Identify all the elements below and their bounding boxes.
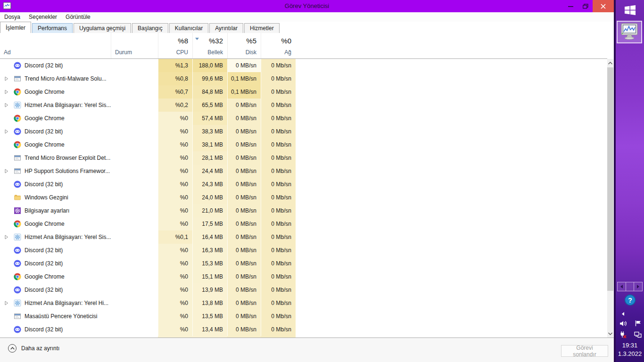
- column-total: %8: [178, 37, 188, 45]
- table-row[interactable]: HP Support Solutions Framewor...%024,4 M…: [0, 165, 607, 178]
- action-center-flag-icon[interactable]: [634, 320, 642, 327]
- column-header-status[interactable]: Durum: [111, 33, 158, 58]
- table-row[interactable]: Discord (32 bit)%024,3 MB0 MB/sn0 Mb/sn: [0, 178, 607, 191]
- discord-icon: [14, 286, 21, 294]
- tab-başlangıç[interactable]: Başlangıç: [132, 23, 168, 33]
- table-row[interactable]: Hizmet Ana Bilgisayarı: Yerel Sis...%0,1…: [0, 230, 607, 244]
- network-cell: 0 Mb/sn: [261, 125, 296, 138]
- expand-arrow-icon[interactable]: [4, 235, 9, 239]
- cpu-cell: %0: [158, 151, 192, 165]
- tab-ayrıntılar[interactable]: Ayrıntılar: [209, 23, 243, 33]
- network-icon[interactable]: [634, 331, 642, 338]
- power-disconnected-icon[interactable]: [619, 331, 627, 338]
- status-cell: [111, 178, 158, 191]
- table-row[interactable]: Google Chrome%015,1 MB0 MB/sn0 Mb/sn: [0, 270, 607, 283]
- expand-arrow-icon[interactable]: [4, 76, 9, 81]
- disk-cell: 0 MB/sn: [227, 204, 261, 217]
- taskbar-task-manager-button[interactable]: [617, 21, 642, 43]
- tab-uygulama-geçmişi[interactable]: Uygulama geçmişi: [74, 23, 131, 33]
- table-row[interactable]: Google Chrome%038,1 MB0 MB/sn0 Mb/sn: [0, 138, 607, 151]
- status-cell: [111, 323, 158, 336]
- memory-cell: 38,1 MB: [192, 138, 227, 151]
- cpu-cell: %0: [158, 191, 192, 204]
- scroll-down-button[interactable]: [607, 329, 613, 337]
- tab-hizmetler[interactable]: Hizmetler: [244, 23, 280, 33]
- column-header-net[interactable]: %0Ağ: [261, 33, 296, 58]
- vertical-scrollbar[interactable]: [607, 59, 613, 337]
- cpu-cell: %0: [158, 310, 192, 323]
- column-header-disk[interactable]: %5Disk: [227, 33, 261, 58]
- column-header-mem[interactable]: %32Bellek: [192, 33, 227, 58]
- volume-icon[interactable]: [619, 320, 627, 327]
- scrollbar-thumb[interactable]: [607, 67, 613, 291]
- menu-item-2[interactable]: Görüntüle: [61, 12, 95, 22]
- expand-arrow-icon[interactable]: [4, 169, 9, 173]
- service-host-icon: [14, 299, 21, 307]
- process-name: Trend Micro Browser Exploit Det...: [25, 155, 110, 161]
- scroll-up-button[interactable]: [607, 59, 613, 67]
- expand-arrow-icon[interactable]: [4, 103, 9, 107]
- minimize-button[interactable]: [563, 0, 578, 12]
- column-header-name[interactable]: Ad: [0, 33, 111, 58]
- table-row[interactable]: Discord (32 bit)%013,4 MB0 MB/sn0 Mb/sn: [0, 323, 607, 336]
- tab-kullanıcılar[interactable]: Kullanıcılar: [169, 23, 208, 33]
- chevron-up-icon: [8, 344, 17, 353]
- process-name-cell: Discord (32 bit): [0, 283, 111, 296]
- network-cell: 0 Mb/sn: [261, 72, 296, 85]
- network-cell: 0 Mb/sn: [261, 323, 296, 336]
- start-button[interactable]: [616, 3, 644, 19]
- chrome-icon: [14, 273, 21, 280]
- process-name-cell: Discord (32 bit): [0, 244, 111, 257]
- tray-scroll-left-button[interactable]: [617, 282, 626, 291]
- memory-cell: 13,5 MB: [192, 310, 227, 323]
- tray-scroll-right-button[interactable]: [634, 282, 643, 291]
- service-host-icon: [14, 233, 21, 241]
- table-row[interactable]: Google Chrome%0,784,8 MB0,1 MB/sn0 Mb/sn: [0, 85, 607, 99]
- tab-performans[interactable]: Performans: [32, 23, 73, 33]
- table-row[interactable]: Google Chrome%017,5 MB0 MB/sn0 Mb/sn: [0, 217, 607, 230]
- process-name: Google Chrome: [25, 89, 65, 95]
- network-cell: 0 Mb/sn: [261, 257, 296, 270]
- table-row[interactable]: Trend Micro Browser Exploit Det...%028,1…: [0, 151, 607, 165]
- column-label: Disk: [246, 49, 256, 56]
- disk-cell: 0,1 MB/sn: [227, 85, 261, 99]
- table-row[interactable]: Discord (32 bit)%038,3 MB0 MB/sn0 Mb/sn: [0, 125, 607, 138]
- end-task-button[interactable]: Görevi sonlandır: [561, 345, 608, 357]
- table-row[interactable]: Trend Micro Anti-Malware Solu...%0,899,6…: [0, 72, 607, 85]
- expand-arrow-icon[interactable]: [4, 129, 9, 134]
- table-row[interactable]: Hizmet Ana Bilgisayarı: Yerel Sis...%0,2…: [0, 99, 607, 112]
- table-row[interactable]: Google Chrome%057,4 MB0 MB/sn0 Mb/sn: [0, 112, 607, 125]
- help-tray-icon[interactable]: ?: [624, 294, 636, 306]
- table-row[interactable]: Bilgisayar ayarları%021,0 MB0 MB/sn0 Mb/…: [0, 204, 607, 217]
- process-name: Bilgisayar ayarları: [25, 207, 69, 214]
- restore-button[interactable]: [578, 0, 593, 12]
- process-name-cell: Discord (32 bit): [0, 257, 111, 270]
- table-row[interactable]: Discord (32 bit)%015,3 MB0 MB/sn0 Mb/sn: [0, 257, 607, 270]
- close-button[interactable]: [593, 0, 614, 12]
- tray-scroll-track[interactable]: [626, 282, 635, 291]
- menu-item-0[interactable]: Dosya: [0, 12, 25, 22]
- table-row[interactable]: Discord (32 bit)%1,3188,0 MB0 MB/sn0 Mb/…: [0, 59, 607, 72]
- cpu-cell: %0: [158, 296, 192, 310]
- disk-cell: 0 MB/sn: [227, 283, 261, 296]
- less-detail-toggle[interactable]: Daha az ayrıntı: [8, 344, 59, 353]
- network-cell: 0 Mb/sn: [261, 244, 296, 257]
- tabstrip: İşlemlerPerformansUygulama geçmişiBaşlan…: [0, 22, 614, 33]
- menu-item-1[interactable]: Seçenekler: [25, 12, 61, 22]
- expand-arrow-icon[interactable]: [4, 90, 9, 94]
- show-hidden-icons-button[interactable]: [621, 310, 626, 314]
- table-row[interactable]: Discord (32 bit)%016,3 MB0 MB/sn0 Mb/sn: [0, 244, 607, 257]
- titlebar[interactable]: Görev Yöneticisi: [0, 0, 614, 12]
- expand-arrow-icon[interactable]: [4, 301, 9, 305]
- cpu-cell: %0: [158, 244, 192, 257]
- discord-icon: [14, 326, 21, 333]
- process-name-cell: Google Chrome: [0, 85, 111, 99]
- column-header-cpu[interactable]: %8CPU: [158, 33, 192, 58]
- table-row[interactable]: Hizmet Ana Bilgisayarı: Yerel Hi...%013,…: [0, 296, 607, 310]
- tab-i̇şlemler[interactable]: İşlemler: [0, 22, 31, 33]
- taskbar: ?: [614, 0, 644, 362]
- table-row[interactable]: Windows Gezgini%024,0 MB0 MB/sn0 Mb/sn: [0, 191, 607, 204]
- taskbar-clock[interactable]: 19:31 1.3.2022: [616, 341, 644, 358]
- table-row[interactable]: Masaüstü Pencere Yöneticisi%013,5 MB0 MB…: [0, 310, 607, 323]
- table-row[interactable]: Discord (32 bit)%013,9 MB0 MB/sn0 Mb/sn: [0, 283, 607, 296]
